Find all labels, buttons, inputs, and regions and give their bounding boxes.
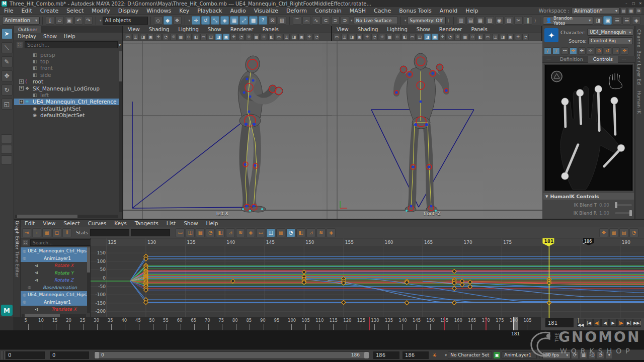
viewport-icon[interactable]: ✛ (155, 34, 162, 40)
current-time-field[interactable] (545, 318, 574, 327)
viewport-icon[interactable]: ✛ (230, 34, 237, 40)
viewport-menu-panels[interactable]: Panels (466, 27, 492, 32)
snap-icon[interactable]: ⊂ (321, 16, 330, 25)
transform-tool-icon[interactable]: ? (259, 16, 267, 25)
viewport-icon[interactable]: ◫ (492, 34, 499, 40)
mute-icon[interactable]: ⊲ (35, 278, 41, 283)
anim-layer-dropdown[interactable]: AnimLayer1 (502, 351, 537, 359)
ge-tool-icon[interactable]: ⊿ (226, 228, 235, 237)
lock-icon[interactable]: ▧ (278, 16, 286, 25)
workspace-icon-2[interactable]: ▦ (628, 8, 634, 14)
chevron-down-icon[interactable]: ▾ (189, 19, 191, 23)
move-tool-icon[interactable]: ✥ (2, 70, 13, 81)
tab-graph-editor[interactable]: Graph Editor (14, 220, 20, 250)
range-slider[interactable]: 0 186 (94, 351, 369, 359)
ge-tool-icon[interactable]: ◈ (246, 228, 255, 237)
ge-tool-icon[interactable]: ◈ (327, 228, 336, 237)
viewport-left-canvas[interactable]: left X (123, 41, 332, 219)
ge-menu-list[interactable]: List (163, 220, 180, 226)
paint-select-tool-icon[interactable]: ✎ (2, 56, 13, 67)
ge-menu-curves[interactable]: Curves (84, 220, 110, 226)
ge-tool-icon[interactable]: ≋ (316, 228, 326, 237)
undo-redo-icon[interactable]: ↶ (74, 16, 83, 25)
tab-time-editor[interactable]: Time Editor (14, 250, 20, 279)
reset-icon[interactable]: ↺ (604, 47, 611, 55)
cached-playback-icon[interactable]: ▦ (580, 351, 587, 359)
skeleton-icon[interactable]: ☷ (561, 47, 569, 55)
user-account-dropdown[interactable]: 👤Brandon Yates▾ (543, 17, 593, 25)
viewport-icon[interactable]: ◧ (401, 34, 408, 40)
ge-tool-icon[interactable]: ◫ (186, 228, 195, 237)
render-icon[interactable]: ▧ (486, 16, 494, 25)
ge-tool-icon[interactable]: ▭ (256, 228, 265, 237)
menu-file[interactable]: File (0, 7, 17, 15)
ge-channel-ue4-mannequin-ctrl-hips-[interactable]: ◎UE4_Mannequin_Ctrl_Hips. (21, 291, 87, 299)
close-button[interactable]: ✕ (637, 1, 644, 7)
stats-field-1[interactable] (90, 229, 129, 236)
select-tool-icon[interactable]: ➤ (2, 28, 13, 39)
menu-edit[interactable]: Edit (17, 7, 36, 15)
step-forward-frame-button[interactable]: ▶| (625, 319, 633, 327)
render-icon[interactable]: ▨ (505, 16, 513, 25)
outliner-item-front[interactable]: ◧front (14, 65, 120, 71)
pivot-icon[interactable]: ⊸ (612, 47, 620, 55)
source-dropdown[interactable]: Control Rig ▾ (588, 37, 633, 44)
menu-windows[interactable]: Windows (142, 7, 175, 15)
ge-tool-icon[interactable]: ◧ (216, 228, 225, 237)
viewport-icon[interactable]: ▦ (253, 34, 260, 40)
panel-toggle-icon[interactable]: ☰ (613, 16, 621, 25)
graph-editor-curve-area[interactable]: 1251301351401451501551601651701751801851… (91, 238, 644, 318)
pin-translate-icon[interactable]: ∕ (544, 47, 551, 55)
ge-menu-view[interactable]: View (39, 220, 59, 226)
viewport-menu-renderer[interactable]: Renderer (226, 27, 258, 32)
step-back-key-button[interactable]: ◀| (593, 319, 601, 327)
expand-icon[interactable]: ⟩ (534, 18, 536, 23)
viewport-menu-lighting[interactable]: Lighting (174, 27, 203, 32)
viewport-menu-show[interactable]: Show (203, 27, 226, 32)
ge-view-icon[interactable]: ▤ (619, 228, 628, 237)
ge-menu-select[interactable]: Select (59, 220, 84, 226)
ge-menu-tangents[interactable]: Tangents (131, 220, 163, 226)
humanik-logo-icon[interactable]: ✦ (544, 28, 558, 42)
ge-tool-icon[interactable]: ⊿ (306, 228, 315, 237)
panel-toggle-icon[interactable]: ◈ (632, 16, 640, 25)
panel-toggle-icon[interactable]: ☱ (622, 16, 631, 25)
viewport-icon[interactable]: ▣ (507, 34, 514, 40)
audio-icon[interactable]: ◁) (588, 351, 596, 359)
viewport-icon[interactable]: ▣ (147, 34, 154, 40)
viewport-icon[interactable]: ◫ (208, 34, 214, 40)
pin-rotate-icon[interactable]: ∕ (552, 47, 560, 55)
playback-start-field[interactable] (50, 351, 89, 359)
undo-redo-icon[interactable]: ↷ (84, 16, 93, 25)
ge-vscrollbar[interactable] (87, 247, 90, 313)
viewport-icon[interactable]: ⟐ (261, 34, 267, 40)
selection-mask-icon[interactable]: ◇ (154, 16, 163, 25)
viewport-icon[interactable]: ▭ (485, 34, 491, 40)
full-body-icon[interactable]: ✛ (570, 47, 577, 55)
expand-toggle-icon[interactable]: + (19, 86, 24, 90)
viewport-icon[interactable]: ⟐ (185, 34, 192, 40)
viewport-icon[interactable]: ◨ (291, 34, 297, 40)
viewport-icon[interactable]: ◨ (349, 34, 355, 40)
ge-menu-edit[interactable]: Edit (21, 220, 39, 226)
mute-icon[interactable]: ⊲ (35, 263, 41, 268)
menu-arnold[interactable]: Arnold (436, 7, 462, 15)
chevron-down-icon[interactable]: ▾ (351, 19, 353, 23)
outliner-tab[interactable]: Outliner (14, 26, 41, 33)
play-backwards-button[interactable]: ◀ (601, 319, 609, 327)
workspace-icon-3[interactable]: ⧉ (635, 8, 642, 14)
transform-tool-icon[interactable]: ◈ (220, 16, 229, 25)
expand-toggle-icon[interactable]: + (19, 100, 24, 104)
ge-view-icon[interactable]: ▦ (609, 228, 618, 237)
ge-search-input[interactable] (30, 239, 96, 246)
transform-tool-icon[interactable]: ▩ (249, 16, 258, 25)
viewport-icon[interactable]: ◔ (313, 34, 320, 40)
layout-four-pane-button[interactable] (1, 145, 12, 154)
menu-mash[interactable]: MASH (346, 7, 370, 15)
transform-tool-icon[interactable]: ↺ (201, 16, 210, 25)
menu-cache[interactable]: Cache (370, 7, 395, 15)
menu-help[interactable]: Help (461, 7, 482, 15)
viewport-icon[interactable]: ☼ (379, 34, 385, 40)
time-slider-grip[interactable] (0, 317, 14, 330)
chevron-down-icon[interactable]: ▾ (119, 43, 121, 47)
